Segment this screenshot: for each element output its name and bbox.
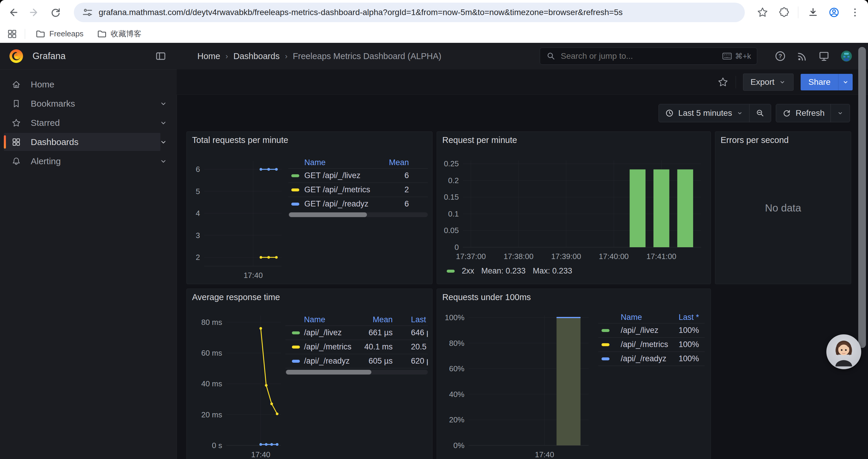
svg-text:17:37:00: 17:37:00 [456, 252, 486, 261]
profile-icon[interactable] [828, 6, 840, 19]
bookmark-folder-blogs[interactable]: 收藏博客 [94, 28, 145, 40]
export-label: Export [750, 77, 774, 87]
chart-total-requests-per-minute[interactable]: 2345617:40NameMeanGET /api/_/livez6GET /… [187, 132, 432, 284]
clock-icon [665, 108, 674, 118]
svg-text:?: ? [778, 53, 782, 59]
apps-grid-icon[interactable] [6, 28, 18, 40]
share-label: Share [808, 77, 831, 87]
site-settings-icon[interactable] [82, 6, 93, 18]
sidebar-item-label: Starred [31, 118, 60, 128]
screen: { "browser": { "url": "grafana.mathmast.… [0, 0, 868, 459]
bookmark-label: 收藏博客 [111, 29, 142, 39]
bell-icon [11, 156, 21, 166]
panel-title[interactable]: Requests under 100ms [442, 292, 531, 302]
actions-divider [736, 76, 736, 88]
svg-text:0.2: 0.2 [448, 176, 459, 185]
refresh-interval-dropdown[interactable] [831, 104, 850, 122]
chevron-down-icon[interactable] [159, 157, 168, 166]
panel-title[interactable]: Average response time [192, 292, 280, 302]
zoom-out-icon [755, 108, 765, 118]
breadcrumb-current: Freeleaps Metrics Dashboard (ALPHA) [293, 52, 441, 61]
grafana-logo[interactable] [8, 48, 24, 64]
svg-text:5: 5 [196, 187, 200, 196]
refresh-group: Refresh [776, 104, 850, 122]
search-input[interactable]: ⌘+k [540, 47, 757, 65]
sidebar-item-label: Bookmarks [31, 99, 75, 109]
svg-text:0 s: 0 s [212, 441, 222, 450]
chevron-down-icon[interactable] [159, 99, 168, 108]
bookmark-folder-freeleaps[interactable]: Freeleaps [32, 28, 87, 40]
breadcrumb-dashboards[interactable]: Dashboards [234, 52, 279, 61]
sidebar-item-label: Alerting [31, 156, 61, 166]
sidebar-header: Grafana [0, 43, 177, 70]
svg-text:17:41:00: 17:41:00 [646, 252, 676, 261]
svg-text:4: 4 [196, 209, 200, 218]
svg-text:60 ms: 60 ms [201, 349, 222, 357]
sidebar: Grafana Home Bookmarks [0, 43, 177, 459]
no-data-message: No data [715, 132, 851, 284]
breadcrumb-home[interactable]: Home [197, 52, 220, 61]
sidebar-nav: Home Bookmarks Starred [0, 70, 177, 170]
browser-chrome: grafana.mathmast.com/d/deytv4rwavabkb/fr… [0, 0, 868, 43]
forward-icon[interactable] [28, 6, 40, 18]
chevron-down-icon [842, 78, 849, 86]
assistant-avatar[interactable] [826, 334, 861, 369]
browser-actions [756, 6, 861, 19]
panel-errors-per-second: Errors per second No data [715, 131, 851, 284]
favorite-star-icon[interactable] [717, 76, 728, 88]
user-avatar[interactable] [840, 49, 853, 63]
sidebar-item-starred[interactable]: Starred [0, 113, 177, 132]
share-button[interactable]: Share [801, 74, 838, 90]
time-controls: Last 5 minutes Refresh [658, 104, 850, 122]
chart-requests-under-100ms[interactable]: 0%20%40%60%80%100%17:40NameLast */api/_/… [437, 289, 711, 459]
chevron-down-icon[interactable] [159, 119, 168, 127]
news-rss-icon[interactable] [796, 50, 808, 62]
refresh-button[interactable]: Refresh [776, 104, 831, 122]
keyboard-icon [722, 52, 732, 60]
svg-text:17:40:00: 17:40:00 [599, 252, 629, 261]
sidebar-item-dashboards[interactable]: Dashboards [0, 133, 177, 151]
page-scrollbar[interactable] [858, 47, 866, 348]
extensions-icon[interactable] [777, 6, 789, 18]
svg-text:17:40: 17:40 [535, 450, 554, 459]
search-icon [546, 51, 556, 61]
time-range-label: Last 5 minutes [678, 108, 732, 118]
zoom-out-button[interactable] [749, 104, 771, 122]
tv-mode-icon[interactable] [818, 50, 830, 62]
bookmark-label: Freeleaps [49, 29, 84, 38]
back-icon[interactable] [7, 6, 19, 18]
svg-text:6: 6 [196, 165, 200, 174]
panel-title[interactable]: Errors per second [720, 135, 789, 145]
share-split-button: Share [801, 74, 852, 90]
sidebar-toggle-icon[interactable] [155, 50, 167, 62]
chevron-down-icon[interactable] [159, 138, 168, 146]
topbar: Home › Dashboards › Freeleaps Metrics Da… [177, 43, 868, 70]
svg-text:20 ms: 20 ms [201, 410, 222, 419]
bookmark-star-icon[interactable] [756, 6, 769, 18]
svg-text:40%: 40% [449, 390, 464, 399]
brand-name: Grafana [32, 51, 66, 61]
toolbar-divider [798, 6, 798, 18]
panel-title[interactable]: Total requests per minute [192, 135, 288, 145]
url-bar[interactable]: grafana.mathmast.com/d/deytv4rwavabkb/fr… [74, 3, 745, 22]
svg-text:80%: 80% [449, 339, 464, 348]
export-button[interactable]: Export [743, 73, 794, 91]
svg-text:0.15: 0.15 [444, 193, 459, 201]
kebab-menu-icon[interactable] [849, 6, 861, 18]
sidebar-item-bookmarks[interactable]: Bookmarks [0, 94, 177, 113]
chart-average-response-time[interactable]: 0 s20 ms40 ms60 ms80 ms17:40NameMeanLast… [187, 289, 432, 459]
search-field[interactable] [560, 51, 718, 61]
browser-toolbar: grafana.mathmast.com/d/deytv4rwavabkb/fr… [0, 0, 868, 25]
time-range-picker[interactable]: Last 5 minutes [659, 104, 749, 122]
reload-icon[interactable] [50, 6, 61, 18]
panel-requests-under-100ms: Requests under 100ms 0%20%40%60%80%100%1… [437, 289, 711, 459]
svg-text:0.25: 0.25 [444, 159, 459, 168]
share-dropdown-button[interactable] [838, 74, 852, 90]
chart-request-per-minute[interactable]: 00.050.10.150.20.2517:37:0017:38:0017:39… [437, 132, 711, 284]
help-icon[interactable]: ? [774, 50, 786, 62]
sidebar-item-home[interactable]: Home [0, 75, 177, 94]
download-icon[interactable] [807, 6, 819, 18]
chevron-down-icon [837, 109, 844, 117]
sidebar-item-alerting[interactable]: Alerting [0, 152, 177, 170]
panel-title[interactable]: Request per minute [442, 135, 517, 145]
